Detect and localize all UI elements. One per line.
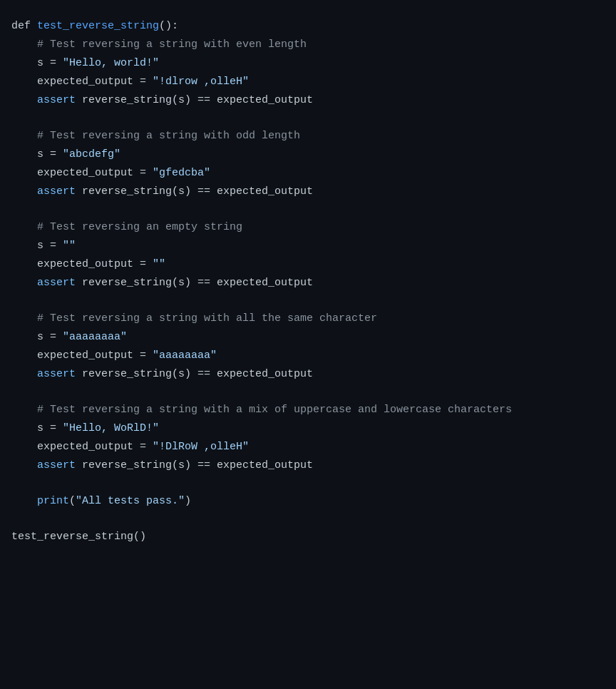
line-comment-3: # Test reversing an empty string: [11, 218, 605, 237]
empty-line-4: [11, 384, 605, 401]
line-call: test_reverse_string(): [11, 528, 605, 546]
line-exp1: expected_output = "!dlrow ,olleH": [11, 73, 605, 91]
line-exp2: expected_output = "gfedcba": [11, 164, 605, 183]
line-exp4: expected_output = "aaaaaaaa": [11, 347, 605, 365]
line-comment-1: # Test reversing a string with even leng…: [11, 36, 605, 54]
line-comment-5: # Test reversing a string with a mix of …: [11, 401, 605, 419]
code-editor: def test_reverse_string(): # Test revers…: [0, 11, 616, 552]
line-exp5: expected_output = "!DlRoW ,olleH": [11, 438, 605, 456]
line-s3: s = "": [11, 237, 605, 255]
line-assert1: assert reverse_string(s) == expected_out…: [11, 91, 605, 110]
line-comment-2: # Test reversing a string with odd lengt…: [11, 127, 605, 146]
line-exp3: expected_output = "": [11, 255, 605, 274]
line-assert5: assert reverse_string(s) == expected_out…: [11, 456, 605, 475]
line-assert3: assert reverse_string(s) == expected_out…: [11, 274, 605, 292]
line-s2: s = "abcdefg": [11, 146, 605, 164]
line-s1: s = "Hello, world!": [11, 54, 605, 73]
line-s4: s = "aaaaaaaa": [11, 328, 605, 347]
empty-line-2: [11, 201, 605, 218]
line-assert2: assert reverse_string(s) == expected_out…: [11, 183, 605, 201]
empty-line-6: [11, 511, 605, 528]
empty-line-3: [11, 292, 605, 310]
line-print: print("All tests pass."): [11, 492, 605, 511]
empty-line-1: [11, 110, 605, 127]
line-s5: s = "Hello, WoRlD!": [11, 419, 605, 438]
empty-line-5: [11, 475, 605, 492]
line-comment-4: # Test reversing a string with all the s…: [11, 310, 605, 328]
line-assert4: assert reverse_string(s) == expected_out…: [11, 365, 605, 384]
line-def: def test_reverse_string():: [11, 17, 605, 36]
